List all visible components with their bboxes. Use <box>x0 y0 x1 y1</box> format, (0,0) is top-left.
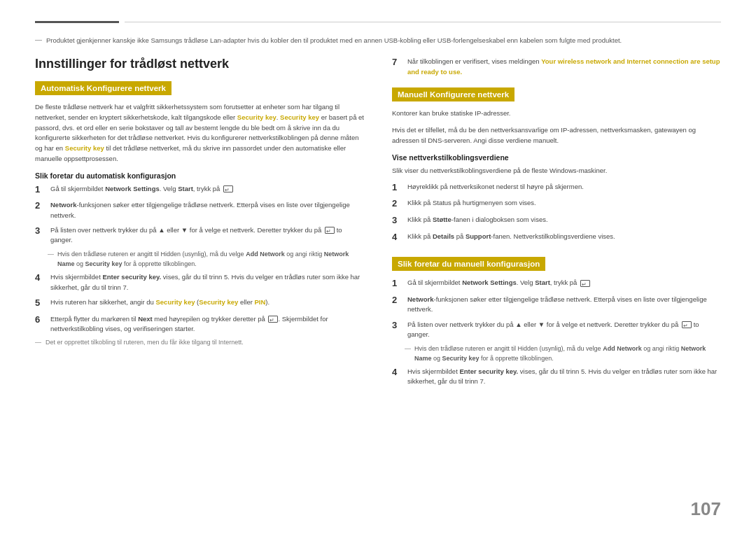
bottom-note-text: Det er opprettet tilkobling til ruteren,… <box>46 339 244 346</box>
mc-step-1: 1 Gå til skjermbildet Network Settings. … <box>392 278 721 290</box>
step-4: 4 Hvis skjermbildet Enter security key. … <box>35 272 364 293</box>
bottom-note-left: — Det er opprettet tilkobling til rutere… <box>35 339 364 346</box>
top-line-dark <box>35 21 119 23</box>
enter-icon-mc3 <box>682 321 692 328</box>
page: — Produktet gjenkjenner kanskje ikke Sam… <box>0 0 756 534</box>
top-note: — Produktet gjenkjenner kanskje ikke Sam… <box>35 36 721 45</box>
nv-step-1: 1 Høyreklikk på nettverksikonet nederst … <box>392 182 721 194</box>
left-column: Innstillinger for trådløst nettverk Auto… <box>35 57 364 391</box>
manual-config-steps-cont: 4 Hvis skjermbildet Enter security key. … <box>392 367 721 387</box>
auto-config-heading: Automatisk Konfigurere nettverk <box>35 81 172 95</box>
page-number: 107 <box>691 498 721 520</box>
auto-config-intro: De fleste trådløse nettverk har et valgf… <box>35 102 364 164</box>
enter-icon-3 <box>325 227 335 234</box>
auto-config-sub-heading: Slik foretar du automatisk konfigurasjon <box>35 171 364 180</box>
step-6: 6 Etterpå flytter du markøren til Next m… <box>35 314 364 335</box>
step-7-area: 7 Når tilkoblingen er verifisert, vises … <box>392 57 721 77</box>
top-note-text: Produktet gjenkjenner kanskje ikke Samsu… <box>46 36 622 45</box>
nv-step-3: 3 Klikk på Støtte-fanen i dialogboksen s… <box>392 215 721 227</box>
mc-step-2: 2 Network-funksjonen søker etter tilgjen… <box>392 295 721 315</box>
mc-step-3-note: — Hvis den trådløse ruteren er angitt ti… <box>405 344 721 363</box>
network-values-intro: Slik viser du nettverkstilkoblingsverdie… <box>392 166 721 176</box>
step-7-num: 7 <box>392 57 402 77</box>
nv-step-4: 4 Klikk på Details på Support-fanen. Net… <box>392 232 721 244</box>
network-values-heading: Vise nettverkstilkoblingsverdiene <box>392 153 721 162</box>
manual-config-heading: Manuell Konfigurere nettverk <box>392 87 514 101</box>
step-5: 5 Hvis ruteren har sikkerhet, angir du S… <box>35 297 364 309</box>
enter-icon-mc1 <box>580 280 590 287</box>
enter-icon-6 <box>268 316 278 323</box>
network-values-steps: 1 Høyreklikk på nettverksikonet nederst … <box>392 182 721 244</box>
enter-icon-1 <box>223 185 233 192</box>
nv-step-2: 2 Klikk på Status på hurtigmenyen som vi… <box>392 198 721 210</box>
manual-config-note: Kontorer kan bruke statiske IP-adresser. <box>392 108 721 119</box>
top-line-light <box>125 22 721 22</box>
two-column-layout: Innstillinger for trådløst nettverk Auto… <box>35 57 721 391</box>
step-3-note: — Hvis den trådløse ruteren er angitt ti… <box>48 250 364 269</box>
right-column: 7 Når tilkoblingen er verifisert, vises … <box>392 57 721 391</box>
manual-config-steps: 1 Gå til skjermbildet Network Settings. … <box>392 278 721 339</box>
step-2: 2 Network-funksjonen søker etter tilgjen… <box>35 200 364 220</box>
mc-step-3: 3 På listen over nettverk trykker du på … <box>392 320 721 340</box>
step-7-text: Når tilkoblingen er verifisert, vises me… <box>407 57 721 77</box>
manual-config-steps-heading: Slik foretar du manuell konfigurasjon <box>392 257 545 271</box>
top-note-dash: — <box>35 36 42 45</box>
section-title: Innstillinger for trådløst nettverk <box>35 57 364 71</box>
auto-config-steps: 1 Gå til skjermbildet Network Settings. … <box>35 184 364 246</box>
step-3: 3 På listen over nettverk trykker du på … <box>35 225 364 246</box>
manual-config-intro: Hvis det er tilfellet, må du be den nett… <box>392 125 721 146</box>
mc-step-4: 4 Hvis skjermbildet Enter security key. … <box>392 367 721 387</box>
step-1: 1 Gå til skjermbildet Network Settings. … <box>35 184 364 196</box>
auto-config-steps-cont: 4 Hvis skjermbildet Enter security key. … <box>35 272 364 334</box>
top-decorative-lines <box>35 21 721 23</box>
